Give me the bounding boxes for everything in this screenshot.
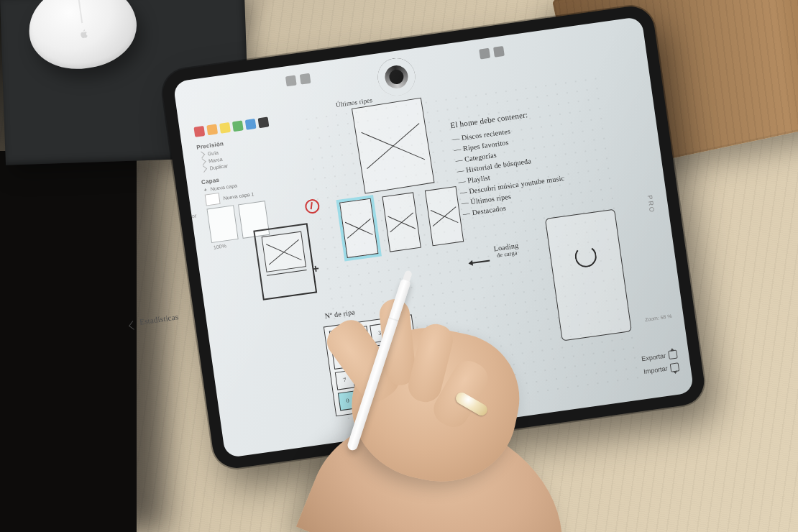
handwritten-notes: El home debe contener: — Discos reciente…	[450, 106, 569, 219]
keypad-key[interactable]: OK	[399, 382, 419, 402]
color-wheel[interactable]	[375, 56, 418, 98]
desk-edge-shadow	[0, 151, 137, 532]
keypad-key[interactable]: C	[393, 341, 413, 361]
wireframe-thumb[interactable]	[425, 186, 464, 246]
ipad: Precisión Guía Marca Duplicar Capas +Nue…	[160, 4, 707, 472]
keypad-key[interactable]: 4	[332, 349, 352, 370]
wireframe-thumb[interactable]	[382, 192, 421, 252]
swatch[interactable]	[193, 126, 205, 137]
keypad-key[interactable]: 3	[370, 323, 390, 343]
pro-badge: PRO	[646, 194, 656, 214]
keypad-key[interactable]: 1	[329, 329, 349, 349]
spinner-icon	[574, 244, 598, 269]
import-button[interactable]: Importar	[643, 362, 679, 376]
tool-icon[interactable]	[479, 48, 490, 60]
keypad-key[interactable]: 7	[335, 370, 355, 390]
keypad-key[interactable]: 6	[372, 344, 393, 364]
add-icon[interactable]: +	[311, 262, 320, 276]
layer-thumb[interactable]	[206, 205, 238, 243]
keypad-label: Nº de ripa	[324, 308, 355, 320]
tool-icon[interactable]	[300, 73, 311, 85]
export-button[interactable]: Exportar	[641, 349, 678, 363]
tool-icon[interactable]	[493, 46, 505, 58]
wireframe-keypad[interactable]: 1 2 3 ← 4 5 6 C 7 8 9 . 0	[324, 314, 424, 416]
keypad-key[interactable]: ←	[390, 320, 410, 340]
ipad-screen: Precisión Guía Marca Duplicar Capas +Nue…	[173, 17, 694, 458]
wireframe-thumb[interactable]	[339, 198, 378, 258]
keypad-key[interactable]: 8	[355, 367, 375, 387]
keypad-key[interactable]: 2	[349, 326, 370, 346]
swatch[interactable]	[258, 116, 270, 128]
wireframe-phone[interactable]	[545, 209, 632, 341]
wireframe-row	[339, 186, 464, 258]
swatch[interactable]	[206, 124, 218, 135]
keypad-key[interactable]: 00	[358, 387, 378, 408]
keypad-key[interactable]: .	[395, 362, 416, 382]
loading-annotation: Loading de carga	[485, 239, 531, 278]
swatch[interactable]	[245, 119, 257, 130]
photo-scene: Estadísticas	[0, 0, 798, 532]
keypad-key[interactable]: 0	[338, 390, 358, 411]
export-icon	[668, 349, 678, 359]
keypad-key[interactable]: ·	[378, 385, 398, 405]
swatch[interactable]	[232, 120, 244, 132]
keypad-key[interactable]: 9	[375, 364, 395, 385]
apple-logo-icon	[76, 27, 91, 41]
drawing-canvas[interactable]: Últimos ripes + El home debe con	[301, 73, 643, 428]
swatch[interactable]	[219, 122, 231, 134]
import-icon	[670, 362, 680, 372]
keypad-key[interactable]: 5	[352, 347, 372, 367]
design-app: Precisión Guía Marca Duplicar Capas +Nue…	[180, 23, 686, 451]
wireframe-card[interactable]	[352, 98, 435, 194]
zoom-readout: Zoom: 58 %	[645, 313, 672, 322]
wireframe-screen[interactable]	[253, 223, 317, 301]
